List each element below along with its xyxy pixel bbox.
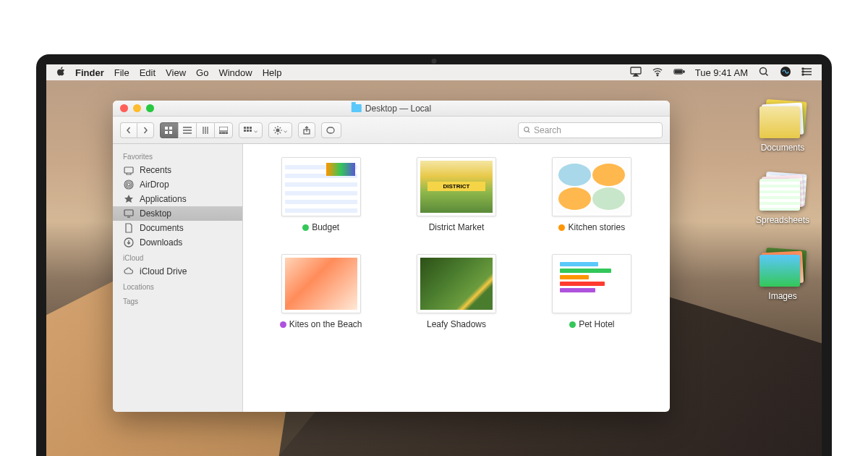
file-thumbnail — [417, 254, 496, 313]
menu-go[interactable]: Go — [196, 67, 208, 78]
arrange-button[interactable]: ⌵ — [239, 122, 263, 138]
menubar-clock[interactable]: Tue 9:41 AM — [695, 67, 748, 78]
cloud-icon — [123, 267, 135, 276]
desktop-stack-images[interactable]: Images — [754, 249, 812, 301]
menu-edit[interactable]: Edit — [140, 67, 156, 78]
svg-rect-21 — [244, 130, 246, 132]
file-browser[interactable]: Budget District Market Kitchen stories K… — [243, 144, 670, 412]
menu-view[interactable]: View — [166, 67, 186, 78]
svg-rect-28 — [124, 167, 133, 173]
recents-icon — [123, 166, 135, 175]
svg-point-9 — [802, 74, 804, 75]
battery-icon[interactable] — [673, 66, 685, 80]
airdrop-icon — [123, 180, 135, 190]
notification-center-icon[interactable] — [801, 66, 813, 80]
stack-icon — [760, 249, 806, 287]
file-name: Kitchen stories — [568, 222, 625, 232]
svg-rect-16 — [223, 132, 225, 134]
svg-rect-17 — [226, 132, 228, 134]
file-thumbnail — [281, 254, 361, 313]
menu-help[interactable]: Help — [263, 67, 282, 78]
siri-icon[interactable] — [780, 66, 791, 80]
wifi-icon[interactable] — [652, 66, 663, 80]
svg-point-27 — [524, 127, 529, 132]
file-thumbnail — [552, 254, 631, 313]
action-button[interactable]: ⌵ — [268, 122, 292, 138]
svg-rect-23 — [250, 130, 252, 132]
desktop[interactable]: Finder File Edit View Go Window Help Tue… — [46, 64, 822, 456]
svg-rect-10 — [165, 127, 168, 130]
tag-dot — [302, 224, 309, 231]
file-thumbnail — [417, 157, 496, 216]
sidebar-item-applications[interactable]: Applications — [113, 192, 242, 206]
svg-rect-15 — [219, 132, 221, 134]
sidebar-item-recents[interactable]: Recents — [113, 163, 242, 177]
svg-rect-19 — [247, 127, 249, 129]
desktop-stack-spreadsheets[interactable]: Spreadsheets — [754, 173, 812, 225]
svg-rect-20 — [250, 127, 252, 129]
sidebar-item-airdrop[interactable]: AirDrop — [113, 177, 242, 192]
finder-window: Desktop — Local ⌵ ⌵ — [113, 101, 670, 412]
applications-icon — [123, 195, 135, 204]
svg-rect-18 — [244, 127, 246, 129]
gallery-view-button[interactable] — [214, 122, 233, 138]
svg-rect-22 — [247, 130, 249, 132]
titlebar[interactable]: Desktop — Local — [113, 101, 670, 117]
stack-label: Spreadsheets — [756, 215, 809, 225]
file-item[interactable]: District Market — [396, 157, 516, 232]
search-icon — [523, 126, 531, 134]
column-view-button[interactable] — [196, 122, 214, 138]
share-button[interactable] — [298, 122, 315, 138]
svg-rect-12 — [165, 131, 168, 134]
sidebar-item-downloads[interactable]: Downloads — [113, 235, 242, 250]
svg-point-1 — [657, 75, 658, 76]
sidebar-item-icloud-drive[interactable]: iCloud Drive — [113, 264, 242, 279]
file-name: Kites on the Beach — [289, 319, 362, 329]
list-view-button[interactable] — [178, 122, 196, 138]
airplay-icon[interactable] — [630, 66, 642, 80]
tag-dot — [280, 321, 286, 328]
laptop-frame: Finder File Edit View Go Window Help Tue… — [36, 54, 832, 456]
svg-rect-14 — [219, 127, 228, 131]
sidebar: Favorites Recents AirDrop Applications D… — [113, 144, 243, 412]
svg-point-24 — [276, 128, 280, 132]
file-item[interactable]: Kitchen stories — [532, 157, 652, 232]
file-thumbnail — [552, 157, 631, 216]
downloads-icon — [123, 238, 135, 248]
search-field[interactable]: Search — [518, 122, 663, 138]
tags-button[interactable] — [321, 122, 341, 138]
menubar-app-name[interactable]: Finder — [75, 67, 104, 78]
menu-file[interactable]: File — [114, 67, 129, 78]
close-button[interactable] — [120, 104, 128, 112]
window-title: Desktop — Local — [352, 104, 431, 114]
menu-window[interactable]: Window — [218, 67, 252, 78]
tag-dot — [569, 321, 576, 328]
file-item[interactable]: Kites on the Beach — [260, 254, 381, 329]
svg-point-29 — [127, 183, 130, 186]
zoom-button[interactable] — [146, 104, 154, 112]
folder-icon — [352, 104, 362, 112]
apple-menu-icon[interactable] — [55, 66, 67, 80]
minimize-button[interactable] — [133, 104, 141, 112]
stack-label: Documents — [761, 143, 805, 153]
file-item[interactable]: Leafy Shadows — [396, 254, 516, 329]
toolbar: ⌵ ⌵ Search — [113, 117, 670, 144]
sidebar-section-icloud: iCloud — [113, 250, 242, 264]
icon-view-button[interactable] — [160, 122, 178, 138]
sidebar-item-documents[interactable]: Documents — [113, 221, 242, 235]
view-switcher — [160, 122, 233, 138]
spotlight-icon[interactable] — [758, 66, 770, 80]
back-button[interactable] — [120, 122, 137, 138]
file-item[interactable]: Budget — [260, 157, 381, 232]
desktop-stack-documents[interactable]: Documents — [754, 101, 812, 153]
svg-point-5 — [760, 67, 767, 74]
svg-point-7 — [802, 68, 804, 69]
documents-icon — [123, 224, 135, 233]
desktop-icon — [123, 209, 135, 219]
file-item[interactable]: Pet Hotel — [532, 254, 652, 329]
file-name: Budget — [312, 222, 339, 232]
svg-rect-13 — [169, 131, 172, 134]
file-thumbnail — [281, 157, 361, 216]
sidebar-item-desktop[interactable]: Desktop — [113, 206, 242, 221]
forward-button[interactable] — [137, 122, 154, 138]
